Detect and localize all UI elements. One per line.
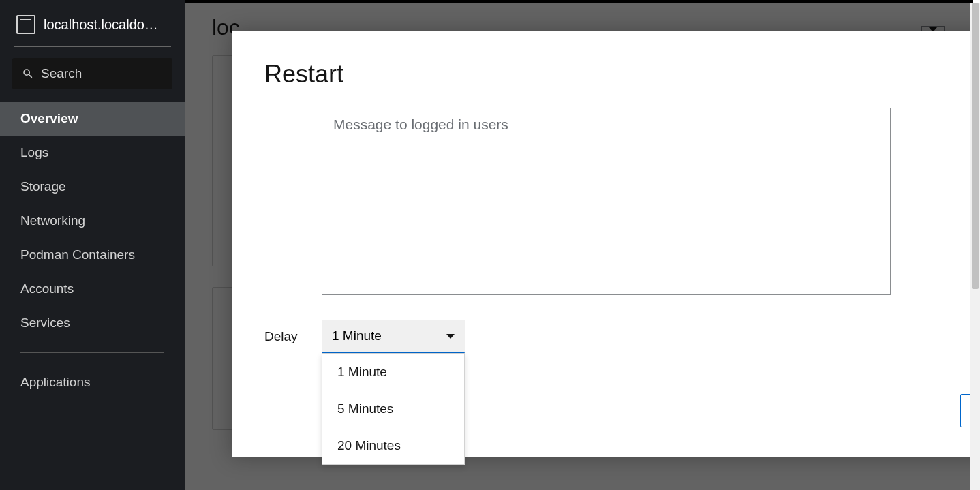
sidebar-item-label: Podman Containers [20, 247, 135, 262]
delay-select: 1 Minute 1 Minute 5 Minutes 20 Minutes [322, 320, 465, 353]
sidebar-item-accounts[interactable]: Accounts [0, 272, 185, 306]
divider [20, 352, 164, 353]
sidebar-item-label: Overview [20, 111, 78, 125]
nav-list: Overview Logs Storage Networking Podman … [0, 102, 185, 399]
delay-selected-value: 1 Minute [332, 328, 382, 343]
restart-modal: Restart Delay 1 Minute 1 Minute 5 Minute… [232, 31, 980, 457]
sidebar-header: localhost.localdo… [0, 0, 185, 46]
sidebar-item-services[interactable]: Services [0, 306, 185, 340]
sidebar-item-label: Storage [20, 179, 66, 194]
search-input[interactable]: Search [12, 58, 172, 89]
scrollbar-thumb[interactable] [972, 3, 979, 289]
sidebar-item-logs[interactable]: Logs [0, 136, 185, 170]
delay-option-5-minutes[interactable]: 5 Minutes [322, 391, 464, 427]
chevron-down-icon [446, 334, 455, 339]
message-textarea[interactable] [322, 108, 891, 295]
delay-option-20-minutes[interactable]: 20 Minutes [322, 427, 464, 464]
sidebar-item-label: Services [20, 316, 70, 330]
sidebar-item-label: Applications [20, 375, 90, 389]
sidebar-item-label: Accounts [20, 281, 74, 296]
sidebar-item-networking[interactable]: Networking [0, 204, 185, 238]
delay-select-toggle[interactable]: 1 Minute [322, 320, 465, 353]
hostname-label[interactable]: localhost.localdo… [44, 17, 158, 33]
sidebar-item-applications[interactable]: Applications [0, 365, 185, 399]
vertical-scrollbar[interactable] [970, 3, 980, 490]
sidebar-item-label: Networking [20, 213, 85, 228]
server-icon [16, 15, 35, 34]
delay-label: Delay [264, 329, 298, 344]
search-container: Search [0, 58, 185, 102]
sidebar-item-label: Logs [20, 145, 48, 159]
delay-option-1-minute[interactable]: 1 Minute [322, 354, 464, 391]
sidebar-item-storage[interactable]: Storage [0, 170, 185, 204]
sidebar-item-podman[interactable]: Podman Containers [0, 238, 185, 272]
sidebar-item-overview[interactable]: Overview [0, 102, 185, 136]
modal-title: Restart [264, 60, 980, 89]
divider [14, 46, 171, 47]
sidebar: localhost.localdo… Search Overview Logs … [0, 0, 185, 490]
search-icon [22, 67, 34, 80]
delay-select-menu: 1 Minute 5 Minutes 20 Minutes [322, 353, 465, 465]
search-placeholder: Search [41, 66, 82, 81]
